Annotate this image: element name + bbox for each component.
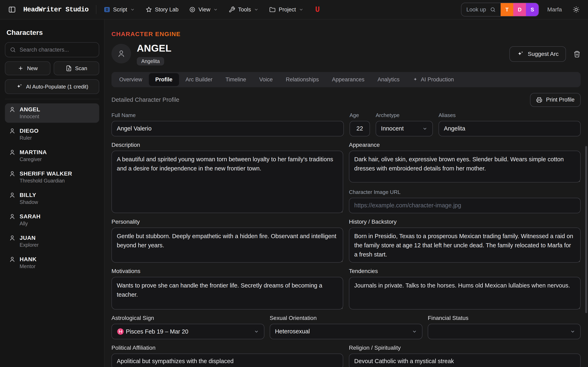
wrench-icon <box>229 6 235 13</box>
tab-overview[interactable]: Overview <box>113 73 149 86</box>
character-name-title: ANGEL <box>137 43 172 54</box>
scan-button[interactable]: Scan <box>54 61 99 75</box>
astrological-sign-select[interactable]: ♓ Pisces Feb 19 – Mar 20 <box>112 324 264 339</box>
sidebar-toggle-button[interactable] <box>7 4 17 15</box>
new-character-button[interactable]: New <box>5 61 51 75</box>
character-list-item-juan[interactable]: JUAN Explorer <box>5 232 99 251</box>
tab-relationships[interactable]: Relationships <box>279 73 325 86</box>
political-affiliation-input[interactable] <box>112 354 343 367</box>
full-name-input[interactable] <box>112 121 344 136</box>
character-list-item-angel[interactable]: ANGEL Innocent <box>5 103 99 123</box>
tab-profile[interactable]: Profile <box>149 73 179 86</box>
character-list: ANGEL Innocent DIEGO Ruler MARTINA Careg… <box>5 99 99 273</box>
religion-label: Religion / Spirituality <box>349 345 581 351</box>
image-url-input[interactable] <box>349 198 581 213</box>
form-row-motivations-tendencies: Motivations Wants to prove she can handl… <box>112 268 581 309</box>
menu-project[interactable]: Project <box>269 6 303 13</box>
quick-key-d[interactable]: D <box>513 3 526 16</box>
full-name-label: Full Name <box>112 112 344 118</box>
ai-auto-populate-button[interactable]: AI Auto-Populate (1 credit) <box>5 79 99 94</box>
age-input[interactable] <box>350 121 370 136</box>
archetype-label: Archetype <box>376 112 433 118</box>
archetype-select[interactable]: Innocent <box>376 121 433 136</box>
field-full-name: Full Name <box>112 112 344 136</box>
quick-key-s[interactable]: S <box>526 3 539 16</box>
tab-voice[interactable]: Voice <box>253 73 279 86</box>
character-search-input[interactable] <box>20 47 94 53</box>
person-icon <box>9 170 16 177</box>
suggest-arc-button[interactable]: Suggest Arc <box>509 46 566 62</box>
chevron-down-icon <box>412 329 417 334</box>
character-role: Innocent <box>20 114 95 119</box>
field-astrological-sign: Astrological Sign ♓ Pisces Feb 19 – Mar … <box>112 315 264 339</box>
form-row-description-appearance: Description A beautiful and spirited you… <box>112 142 581 213</box>
film-icon <box>104 6 110 13</box>
tendencies-textarea[interactable]: Journals in private. Talks to the horses… <box>349 277 581 309</box>
document-icon <box>66 65 72 71</box>
appearance-label: Appearance <box>349 142 581 148</box>
financial-status-select[interactable] <box>428 324 581 339</box>
person-icon <box>9 149 16 156</box>
menu-story-lab[interactable]: Story Lab <box>146 6 179 13</box>
character-list-item-billy[interactable]: BILLY Shadow <box>5 189 99 208</box>
delete-character-button[interactable] <box>573 50 581 58</box>
workspace-name[interactable]: Marfa <box>547 6 562 13</box>
chevron-down-icon <box>213 7 218 12</box>
chevron-down-icon <box>254 329 259 334</box>
field-archetype: Archetype Innocent <box>376 112 433 136</box>
character-list-item-sheriff-walker[interactable]: SHERIFF WALKER Threshold Guardian <box>5 167 99 187</box>
sexual-orientation-label: Sexual Orientation <box>270 315 423 321</box>
printer-icon <box>536 97 542 103</box>
main-menu: Script Story Lab View Tools <box>104 6 304 13</box>
lookup-left: Look up <box>461 3 501 16</box>
motivations-textarea[interactable]: Wants to prove she can handle the fronti… <box>112 277 343 309</box>
star-icon <box>146 6 152 13</box>
financial-status-label: Financial Status <box>428 315 581 321</box>
menu-view[interactable]: View <box>189 6 218 13</box>
character-list-item-diego[interactable]: DIEGO Ruler <box>5 125 99 144</box>
person-icon <box>117 49 126 58</box>
sexual-orientation-select[interactable]: Heterosexual <box>270 324 423 339</box>
menu-tools[interactable]: Tools <box>229 6 259 13</box>
alias-badge: Angelita <box>137 57 164 66</box>
chevron-down-icon <box>299 7 303 12</box>
character-list-item-hank[interactable]: HANK Mentor <box>5 253 99 273</box>
header-actions: Suggest Arc <box>509 43 581 62</box>
field-motivations: Motivations Wants to prove she can handl… <box>112 268 343 309</box>
character-list-item-martina[interactable]: MARTINA Caregiver <box>5 146 99 166</box>
description-textarea[interactable]: A beautiful and spirited young woman tor… <box>112 151 343 213</box>
character-list-item-sarah[interactable]: SARAH Ally <box>5 210 99 230</box>
chevron-down-icon <box>570 329 575 334</box>
appearance-textarea[interactable]: Dark hair, olive skin, expressive brown … <box>349 151 581 183</box>
profile-panel-header: Detailed Character Profile Print Profile <box>112 93 581 107</box>
tab-analytics[interactable]: Analytics <box>371 73 406 86</box>
character-search[interactable] <box>5 42 99 57</box>
religion-input[interactable] <box>349 354 581 367</box>
field-political-affiliation: Political Affiliation <box>112 345 343 367</box>
folder-icon <box>269 6 276 13</box>
sparkle-icon <box>413 77 418 82</box>
aliases-input[interactable] <box>439 121 581 136</box>
theme-toggle-button[interactable] <box>571 4 581 15</box>
main-scrollbar-thumb[interactable] <box>585 146 587 313</box>
history-textarea[interactable]: Born in Presidio, Texas to a prosperous … <box>349 227 581 263</box>
tab-arc-builder[interactable]: Arc Builder <box>179 73 219 86</box>
personality-label: Personality <box>112 218 343 225</box>
tab-timeline[interactable]: Timeline <box>219 73 253 86</box>
personality-textarea[interactable]: Gentle but stubborn. Deeply empathetic w… <box>112 227 343 263</box>
field-appearance: Appearance Dark hair, olive skin, expres… <box>349 142 581 213</box>
tab-ai-production[interactable]: AI Production <box>406 73 460 86</box>
quick-key-t[interactable]: T <box>501 3 513 16</box>
plus-icon <box>17 65 24 71</box>
panel-left-icon <box>8 6 16 13</box>
person-icon <box>9 128 16 134</box>
print-profile-button[interactable]: Print Profile <box>530 93 581 107</box>
form-row-personality-history: Personality Gentle but stubborn. Deeply … <box>112 218 581 263</box>
lookup-search[interactable]: Look up T D S <box>461 3 539 17</box>
page-title: CHARACTER ENGINE <box>112 31 181 38</box>
astrological-sign-label: Astrological Sign <box>112 315 264 321</box>
tab-appearances[interactable]: Appearances <box>325 73 371 86</box>
sidebar-heading: Characters <box>7 29 98 36</box>
menu-script[interactable]: Script <box>104 6 135 13</box>
field-tendencies: Tendencies Journals in private. Talks to… <box>349 268 581 309</box>
